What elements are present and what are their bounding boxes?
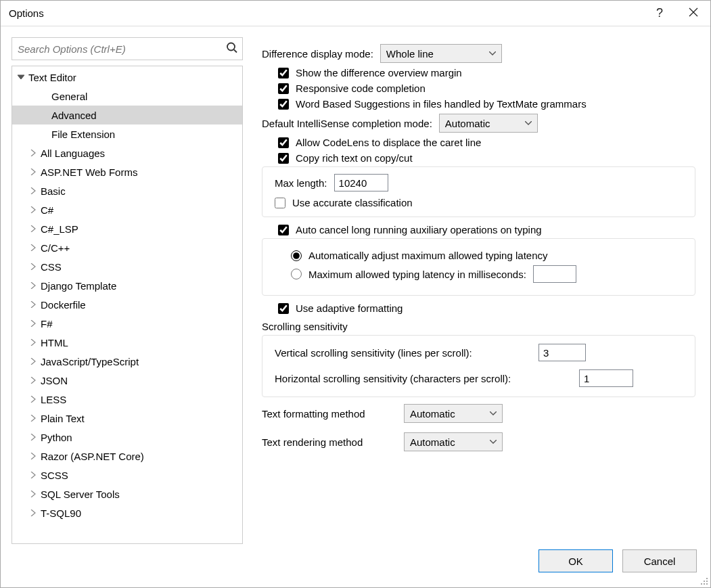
copy-rich-check[interactable]: Copy rich text on copy/cut xyxy=(278,152,695,164)
tree-node-tsql90[interactable]: T-SQL90 xyxy=(12,503,242,522)
tree-label: Python xyxy=(41,432,72,443)
max-length-row: Max length: xyxy=(275,174,687,191)
checkbox-label: Word Based Suggestions in files handled … xyxy=(296,98,587,110)
checkbox-input[interactable] xyxy=(278,153,289,164)
max-length-input[interactable] xyxy=(334,174,388,191)
adaptive-format-check[interactable]: Use adaptive formatting xyxy=(278,302,695,314)
checkbox-input[interactable] xyxy=(278,68,289,78)
radio-input[interactable] xyxy=(291,269,302,279)
tree-node-python[interactable]: Python xyxy=(12,428,242,447)
tree-node-js-ts[interactable]: JavaScript/TypeScript xyxy=(12,352,242,371)
auto-cancel-group: Automatically adjust maximum allowed typ… xyxy=(262,238,695,296)
search-icon[interactable] xyxy=(226,42,238,56)
tree-node-scss[interactable]: SCSS xyxy=(12,466,242,484)
tree-node-aspnet-web-forms[interactable]: ASP.NET Web Forms xyxy=(12,162,242,181)
tree-label: C# xyxy=(41,204,53,216)
chevron-right-icon xyxy=(28,413,38,423)
chevron-right-icon xyxy=(28,281,38,290)
tree-node-css[interactable]: CSS xyxy=(12,257,242,276)
fmt-method-select[interactable]: Automatic xyxy=(404,404,503,423)
max-length-label: Max length: xyxy=(275,177,327,189)
intellisense-select[interactable]: Automatic xyxy=(439,114,538,133)
tree-label: SCSS xyxy=(41,470,68,481)
checkbox-input[interactable] xyxy=(278,137,289,148)
tree-node-all-languages[interactable]: All Languages xyxy=(12,143,242,162)
tree-scroll[interactable]: Text Editor General Advanced File Extens… xyxy=(12,66,242,543)
tree-label: CSS xyxy=(41,261,62,273)
checkbox-input[interactable] xyxy=(278,303,289,314)
checkbox-input[interactable] xyxy=(278,225,289,235)
word-based-check[interactable]: Word Based Suggestions in files handled … xyxy=(278,98,695,110)
tree-node-fsharp[interactable]: F# xyxy=(12,314,242,333)
accurate-class-check[interactable]: Use accurate classification xyxy=(275,197,687,208)
tree-node-plain-text[interactable]: Plain Text xyxy=(12,409,242,428)
intellisense-row: Default IntelliSense completion mode: Au… xyxy=(262,114,695,133)
latency-input[interactable] xyxy=(533,265,576,283)
options-dialog: Options ? xyxy=(0,0,711,588)
help-button[interactable]: ? xyxy=(643,1,676,26)
tree-node-django[interactable]: Django Template xyxy=(12,276,242,295)
chevron-right-icon xyxy=(28,451,38,461)
tree-node-razor[interactable]: Razor (ASP.NET Core) xyxy=(12,447,242,466)
tree-label: Django Template xyxy=(41,280,116,292)
tree-node-dockerfile[interactable]: Dockerfile xyxy=(12,295,242,314)
tree-label: F# xyxy=(41,318,53,330)
tree-node-less[interactable]: LESS xyxy=(12,390,242,409)
codelens-check[interactable]: Allow CodeLens to displace the caret lin… xyxy=(278,137,695,148)
checkbox-input[interactable] xyxy=(275,198,285,208)
chevron-down-icon xyxy=(16,72,26,82)
fmt-method-label: Text formatting method xyxy=(262,408,397,420)
tree-node-advanced[interactable]: Advanced xyxy=(12,106,242,125)
chevron-right-icon xyxy=(28,243,38,252)
chevron-right-icon xyxy=(28,186,38,196)
checkbox-input[interactable] xyxy=(278,83,289,94)
tree-label: Razor (ASP.NET Core) xyxy=(41,451,144,462)
responsive-completion-check[interactable]: Responsive code completion xyxy=(278,83,695,94)
checkbox-label: Allow CodeLens to displace the caret lin… xyxy=(296,137,481,148)
tree-node-ccpp[interactable]: C/C++ xyxy=(12,238,242,257)
close-icon xyxy=(689,7,698,20)
search-input[interactable] xyxy=(12,38,242,60)
options-tree: Text Editor General Advanced File Extens… xyxy=(12,66,243,544)
chevron-right-icon xyxy=(28,357,38,366)
tree-node-basic[interactable]: Basic xyxy=(12,181,242,200)
radio-input[interactable] xyxy=(291,250,302,261)
tree-label: HTML xyxy=(41,337,68,348)
chevron-right-icon xyxy=(28,300,38,309)
chevron-right-icon xyxy=(28,224,38,233)
tree-label: T-SQL90 xyxy=(41,507,81,519)
tree-node-sql-server-tools[interactable]: SQL Server Tools xyxy=(12,484,242,503)
svg-line-3 xyxy=(234,50,237,53)
tree-node-file-extension[interactable]: File Extension xyxy=(12,125,242,143)
render-method-select[interactable]: Automatic xyxy=(404,432,503,451)
radio-label: Maximum allowed typing latency in millis… xyxy=(308,269,526,280)
vscroll-input[interactable] xyxy=(538,344,586,361)
checkbox-label: Use adaptive formatting xyxy=(296,302,403,314)
search-wrap xyxy=(12,37,243,60)
tree-label: Basic xyxy=(41,185,66,197)
tree-node-general[interactable]: General xyxy=(12,87,242,106)
tree-node-text-editor[interactable]: Text Editor xyxy=(12,68,242,87)
show-diff-overview-check[interactable]: Show the difference overview margin xyxy=(278,67,695,78)
radio-label: Automatically adjust maximum allowed typ… xyxy=(308,250,548,261)
ok-button[interactable]: OK xyxy=(538,549,613,572)
resize-grip-icon[interactable] xyxy=(698,575,709,586)
tree-node-html[interactable]: HTML xyxy=(12,333,242,352)
close-button[interactable] xyxy=(676,1,710,26)
diff-mode-select[interactable]: Whole line xyxy=(380,44,502,63)
scroll-group-title: Scrolling sensitivity xyxy=(262,321,695,332)
auto-cancel-check[interactable]: Auto cancel long running auxiliary opera… xyxy=(278,224,695,235)
checkbox-label: Auto cancel long running auxiliary opera… xyxy=(296,224,542,235)
cancel-button[interactable]: Cancel xyxy=(622,549,697,572)
tree-node-json[interactable]: JSON xyxy=(12,371,242,390)
settings-panel: Difference display mode: Whole line Show… xyxy=(262,37,699,544)
checkbox-label: Use accurate classification xyxy=(292,197,413,208)
svg-point-5 xyxy=(706,578,708,579)
svg-marker-4 xyxy=(18,75,24,79)
tree-node-csharp[interactable]: C# xyxy=(12,200,242,219)
tree-node-csharp-lsp[interactable]: C#_LSP xyxy=(12,219,242,238)
radio-max-latency[interactable]: Maximum allowed typing latency in millis… xyxy=(291,265,687,283)
checkbox-input[interactable] xyxy=(278,99,289,110)
hscroll-input[interactable] xyxy=(579,369,633,387)
radio-auto-adjust[interactable]: Automatically adjust maximum allowed typ… xyxy=(291,250,687,261)
